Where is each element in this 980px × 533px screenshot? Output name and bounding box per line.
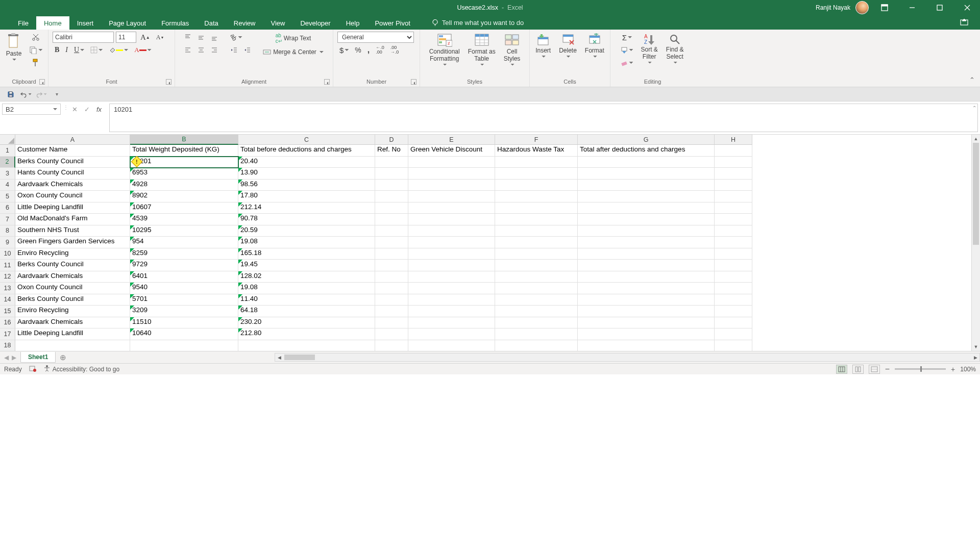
row-header-2[interactable]: 2 xyxy=(0,157,15,168)
align-center-button[interactable] xyxy=(195,44,207,56)
cell-H16[interactable] xyxy=(715,317,752,329)
font-size-input[interactable] xyxy=(116,32,136,43)
cell-F8[interactable] xyxy=(495,225,578,237)
cell-H18[interactable] xyxy=(715,340,752,351)
cell-C11[interactable]: 19.45 xyxy=(238,260,375,271)
cell-C7[interactable]: 90.78 xyxy=(238,214,375,225)
collapse-ribbon-button[interactable]: ⌃ xyxy=(969,76,975,84)
copy-button[interactable] xyxy=(27,44,44,56)
cell-G7[interactable] xyxy=(578,214,715,225)
align-middle-button[interactable] xyxy=(195,32,207,43)
cell-H8[interactable] xyxy=(715,225,752,237)
cell-H14[interactable] xyxy=(715,294,752,306)
cell-C12[interactable]: 128.02 xyxy=(238,271,375,283)
cell-E14[interactable] xyxy=(408,294,495,306)
cell-F6[interactable] xyxy=(495,202,578,214)
cell-G6[interactable] xyxy=(578,202,715,214)
tab-review[interactable]: Review xyxy=(226,16,263,30)
cell-C18[interactable] xyxy=(238,340,375,351)
vertical-scrollbar[interactable]: ▲ ▼ xyxy=(971,135,980,351)
cell-H13[interactable] xyxy=(715,283,752,294)
cell-G18[interactable] xyxy=(578,340,715,351)
cell-B7[interactable]: 4539 xyxy=(130,214,238,225)
alignment-dialog-launcher[interactable] xyxy=(324,79,330,85)
cell-G11[interactable] xyxy=(578,260,715,271)
cell-D11[interactable] xyxy=(375,260,408,271)
percent-button[interactable]: % xyxy=(353,44,363,56)
cell-B13[interactable]: 9540 xyxy=(130,283,238,294)
cell-C15[interactable]: 64.18 xyxy=(238,306,375,317)
cell-A15[interactable]: Enviro Recycling xyxy=(15,306,130,317)
cell-E10[interactable] xyxy=(408,248,495,260)
cell-C6[interactable]: 212.14 xyxy=(238,202,375,214)
row-header-18[interactable]: 18 xyxy=(0,340,15,351)
cell-G15[interactable] xyxy=(578,306,715,317)
cell-B16[interactable]: 11510 xyxy=(130,317,238,329)
fill-button[interactable] xyxy=(619,44,635,56)
cell-A14[interactable]: Berks County Council xyxy=(15,294,130,306)
user-avatar[interactable] xyxy=(855,1,869,14)
cell-D5[interactable] xyxy=(375,191,408,202)
cell-E18[interactable] xyxy=(408,340,495,351)
row-header-13[interactable]: 13 xyxy=(0,283,15,294)
cell-F18[interactable] xyxy=(495,340,578,351)
undo-button[interactable] xyxy=(20,89,32,100)
row-header-3[interactable]: 3 xyxy=(0,168,15,180)
column-header-B[interactable]: B xyxy=(130,135,238,145)
tab-developer[interactable]: Developer xyxy=(292,16,338,30)
cell-F14[interactable] xyxy=(495,294,578,306)
row-header-15[interactable]: 15 xyxy=(0,306,15,317)
cell-D12[interactable] xyxy=(375,271,408,283)
insert-cells-button[interactable]: Insert xyxy=(533,32,553,59)
cell-E6[interactable] xyxy=(408,202,495,214)
cell-G2[interactable] xyxy=(578,157,715,168)
cell-B4[interactable]: 4928 xyxy=(130,180,238,191)
cell-D7[interactable] xyxy=(375,214,408,225)
cell-G13[interactable] xyxy=(578,283,715,294)
normal-view-button[interactable] xyxy=(836,365,847,374)
close-button[interactable] xyxy=(955,0,979,15)
cell-D4[interactable] xyxy=(375,180,408,191)
cell-E17[interactable] xyxy=(408,328,495,340)
cell-B10[interactable]: 8259 xyxy=(130,248,238,260)
cell-D1[interactable]: Ref. No xyxy=(375,145,408,157)
accounting-format-button[interactable]: $ xyxy=(337,44,351,56)
align-bottom-button[interactable] xyxy=(209,32,220,43)
cell-F1[interactable]: Hazardous Waste Tax xyxy=(495,145,578,157)
cell-D8[interactable] xyxy=(375,225,408,237)
font-dialog-launcher[interactable] xyxy=(166,79,172,85)
conditional-formatting-button[interactable]: ≠Conditional Formatting xyxy=(427,32,462,67)
column-header-F[interactable]: F xyxy=(495,135,578,145)
cell-F3[interactable] xyxy=(495,168,578,180)
ribbon-display-button[interactable] xyxy=(873,0,896,15)
cell-E9[interactable] xyxy=(408,237,495,248)
tab-formulas[interactable]: Formulas xyxy=(154,16,197,30)
save-button[interactable] xyxy=(5,89,16,100)
enter-formula-button[interactable]: ✓ xyxy=(81,104,93,115)
format-cells-button[interactable]: Format xyxy=(582,32,607,59)
number-dialog-launcher[interactable] xyxy=(411,79,416,85)
font-name-input[interactable] xyxy=(53,32,114,43)
cell-E7[interactable] xyxy=(408,214,495,225)
cell-H7[interactable] xyxy=(715,214,752,225)
hscroll-thumb[interactable] xyxy=(284,354,315,360)
delete-cells-button[interactable]: Delete xyxy=(556,32,579,59)
cut-button[interactable] xyxy=(27,32,44,43)
border-button[interactable] xyxy=(88,44,105,56)
cell-H11[interactable] xyxy=(715,260,752,271)
cell-F12[interactable] xyxy=(495,271,578,283)
cell-A7[interactable]: Old MacDonald's Farm xyxy=(15,214,130,225)
column-header-H[interactable]: H xyxy=(715,135,752,145)
cell-C1[interactable]: Total before deductions and charges xyxy=(238,145,375,157)
cancel-formula-button[interactable]: ✕ xyxy=(68,104,81,115)
tab-help[interactable]: Help xyxy=(338,16,368,30)
row-header-1[interactable]: 1 xyxy=(0,145,15,157)
format-as-table-button[interactable]: Format as Table xyxy=(465,32,498,67)
cell-H17[interactable] xyxy=(715,328,752,340)
cell-F2[interactable] xyxy=(495,157,578,168)
cell-B11[interactable]: 9729 xyxy=(130,260,238,271)
cell-G16[interactable] xyxy=(578,317,715,329)
cell-B5[interactable]: 8902 xyxy=(130,191,238,202)
zoom-out-button[interactable]: − xyxy=(885,365,890,374)
cell-A17[interactable]: Little Deeping Landfill xyxy=(15,328,130,340)
